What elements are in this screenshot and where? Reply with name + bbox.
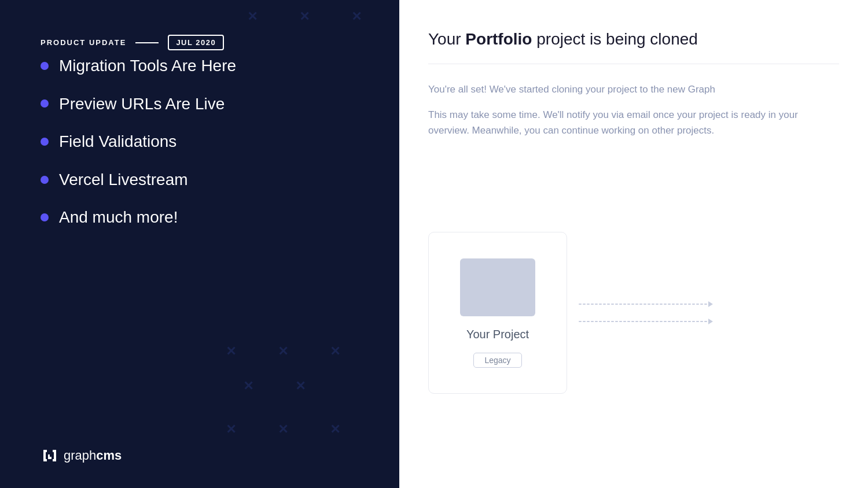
product-update-label: PRODUCT UPDATE (41, 38, 126, 47)
description-2: This may take some time. We'll notify yo… (428, 107, 839, 138)
title-suffix: project is being cloned (532, 30, 697, 48)
x-mark-decor: ✕ (299, 10, 310, 23)
feature-bullet (41, 62, 49, 70)
x-mark-decor: ✕ (226, 345, 236, 358)
feature-item-migration: Migration Tools Are Here (41, 56, 365, 76)
graphcms-logo: graphcms (41, 446, 365, 465)
x-mark-decor: ✕ (351, 10, 362, 23)
feature-bullet (41, 213, 49, 221)
header-line (135, 42, 159, 43)
feature-item-validation: Field Validations (41, 132, 365, 151)
top-arrow (579, 301, 741, 307)
graphcms-logo-svg (41, 446, 59, 465)
feature-text: Preview URLs Are Live (59, 94, 225, 114)
feature-item-preview: Preview URLs Are Live (41, 94, 365, 114)
logo-text: graphcms (64, 448, 122, 463)
product-update-header: PRODUCT UPDATE JUL 2020 (41, 35, 365, 50)
feature-bullet (41, 176, 49, 184)
feature-text: Migration Tools Are Here (59, 56, 236, 76)
title-divider (428, 64, 839, 64)
x-mark-decor: ✕ (295, 380, 306, 393)
x-mark-decor: ✕ (330, 423, 340, 436)
arrow-head-top (708, 301, 713, 307)
title-prefix: Your (428, 30, 465, 48)
migration-arrows (579, 301, 741, 324)
feature-bullet (41, 138, 49, 146)
project-name: Your Project (466, 328, 529, 341)
features-list: Migration Tools Are Here Preview URLs Ar… (41, 56, 365, 227)
migration-visual: Your Project Legacy (428, 161, 839, 465)
bottom-arrow (579, 319, 741, 324)
logo-graph: graph (64, 448, 96, 463)
x-mark-decor: ✕ (278, 423, 288, 436)
clone-title: Your Portfolio project is being cloned (428, 29, 839, 50)
feature-text: And much more! (59, 208, 178, 227)
x-mark-decor: ✕ (243, 380, 253, 393)
feature-text: Field Validations (59, 132, 176, 151)
product-update-date-badge: JUL 2020 (168, 35, 224, 50)
project-card: Your Project Legacy (428, 232, 567, 394)
left-panel: ✕ ✕ ✕ ✕ ✕ ✕ ✕ ✕ ✕ ✕ ✕ PRODUCT UPDATE JUL… (0, 0, 399, 488)
title-bold: Portfolio (465, 30, 532, 48)
x-mark-decor: ✕ (330, 345, 340, 358)
feature-item-more: And much more! (41, 208, 365, 227)
x-mark-decor: ✕ (247, 10, 258, 23)
legacy-badge: Legacy (473, 353, 521, 368)
arrow-head-bottom (708, 319, 713, 324)
feature-item-vercel: Vercel Livestream (41, 170, 365, 190)
feature-bullet (41, 99, 49, 108)
description-1: You're all set! We've started cloning yo… (428, 82, 839, 97)
x-mark-decor: ✕ (226, 423, 236, 436)
feature-text: Vercel Livestream (59, 170, 188, 190)
x-mark-decor: ✕ (278, 345, 288, 358)
project-thumbnail (460, 258, 535, 316)
right-panel: Your Portfolio project is being cloned Y… (399, 0, 868, 488)
logo-cms: cms (96, 448, 122, 463)
